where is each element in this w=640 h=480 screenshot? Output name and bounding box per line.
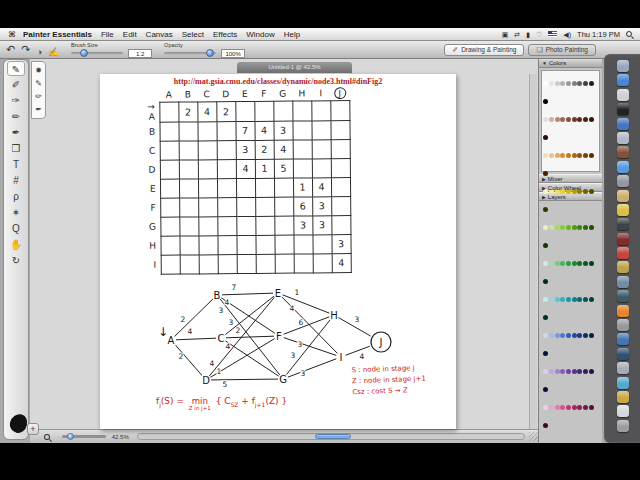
dock-icon-2[interactable] xyxy=(617,74,629,86)
color-swatch[interactable] xyxy=(589,225,594,230)
chalk-tool[interactable]: ✏ xyxy=(7,109,25,124)
color-swatch[interactable] xyxy=(583,117,588,122)
color-swatch[interactable] xyxy=(549,297,554,302)
dock-icon-4[interactable] xyxy=(617,103,629,115)
color-swatch[interactable] xyxy=(543,225,548,230)
document-page[interactable]: http://mat.gsia.cmu.edu/classes/dynamic/… xyxy=(100,74,456,429)
color-swatch[interactable] xyxy=(566,81,571,86)
color-swatch[interactable] xyxy=(589,369,594,374)
menu-select[interactable]: Select xyxy=(182,30,204,39)
crop-tool[interactable]: # xyxy=(7,173,25,188)
color-swatch[interactable] xyxy=(583,261,588,266)
dock-icon-12[interactable] xyxy=(617,218,629,230)
menu-help[interactable]: Help xyxy=(284,30,300,39)
dock-icon-26[interactable] xyxy=(617,420,629,432)
color-swatch[interactable] xyxy=(549,333,554,338)
color-swatch[interactable] xyxy=(577,261,582,266)
color-swatch[interactable] xyxy=(589,297,594,302)
color-swatch[interactable] xyxy=(555,405,560,410)
color-swatch[interactable] xyxy=(543,153,548,158)
resize-grip[interactable] xyxy=(529,432,538,441)
color-swatch[interactable] xyxy=(577,405,582,410)
heart-icon[interactable]: ♡ xyxy=(536,31,542,38)
dock-icon-14[interactable] xyxy=(617,247,629,259)
color-swatch[interactable] xyxy=(572,297,577,302)
color-swatch[interactable] xyxy=(566,297,571,302)
sync-icon[interactable]: ⇄ xyxy=(514,31,520,38)
color-swatch[interactable] xyxy=(572,153,577,158)
menu-canvas[interactable]: Canvas xyxy=(146,30,173,39)
color-swatch[interactable] xyxy=(577,117,582,122)
color-swatch[interactable] xyxy=(589,153,594,158)
paint-bucket-tool[interactable]: ❒ xyxy=(7,141,25,156)
opacity-slider[interactable] xyxy=(164,52,216,55)
color-swatch[interactable] xyxy=(560,405,565,410)
zoom-slider-thumb[interactable] xyxy=(67,433,74,440)
color-swatch[interactable] xyxy=(577,333,582,338)
color-swatch[interactable] xyxy=(543,297,548,302)
dock-icon-1[interactable] xyxy=(617,60,629,72)
dock-icon-10[interactable] xyxy=(617,190,629,202)
mode-photo-painting[interactable]: ❏Photo Painting xyxy=(528,44,596,56)
apple-menu[interactable]: ⌘ xyxy=(8,30,16,39)
color-swatch[interactable] xyxy=(572,369,577,374)
lasso-tool[interactable]: ρ xyxy=(7,189,25,204)
color-swatch[interactable] xyxy=(543,333,548,338)
color-swatch[interactable] xyxy=(589,333,594,338)
color-swatch[interactable] xyxy=(543,351,548,356)
dock-icon-8[interactable] xyxy=(617,161,629,173)
dock-icon-15[interactable] xyxy=(617,261,629,273)
eyedropper-tool[interactable]: ✒ xyxy=(7,125,25,140)
dock-icon-9[interactable] xyxy=(617,175,629,187)
color-swatch[interactable] xyxy=(583,189,588,194)
spotlight-icon[interactable] xyxy=(626,31,632,37)
mode-drawing-painting[interactable]: ✐Drawing & Painting xyxy=(444,44,524,56)
color-swatch[interactable] xyxy=(560,117,565,122)
color-swatch[interactable] xyxy=(555,261,560,266)
horizontal-scrollbar[interactable] xyxy=(137,433,525,440)
color-swatch[interactable] xyxy=(589,405,594,410)
color-swatch[interactable] xyxy=(560,261,565,266)
dock-icon-7[interactable] xyxy=(617,146,629,158)
dock-icon-11[interactable] xyxy=(617,204,629,216)
dock-icon-22[interactable] xyxy=(617,362,629,374)
color-swatch[interactable] xyxy=(549,405,554,410)
color-swatch[interactable] xyxy=(549,369,554,374)
pencil-variant-icon[interactable]: ✏ xyxy=(32,90,45,103)
color-swatch[interactable] xyxy=(543,261,548,266)
color-swatch[interactable] xyxy=(560,153,565,158)
dock-icon-21[interactable] xyxy=(617,348,629,360)
dock-icon-20[interactable] xyxy=(617,333,629,345)
rotate-page-icon[interactable]: ◑ xyxy=(36,47,41,57)
color-swatch[interactable] xyxy=(572,117,577,122)
color-swatch[interactable] xyxy=(566,261,571,266)
redo-button[interactable]: ↷ xyxy=(21,43,30,56)
color-swatch[interactable] xyxy=(566,333,571,338)
color-swatch[interactable] xyxy=(543,315,548,320)
color-swatch[interactable] xyxy=(572,225,577,230)
brush-size-slider[interactable] xyxy=(71,52,123,55)
color-swatch[interactable] xyxy=(577,297,582,302)
color-swatch[interactable] xyxy=(549,225,554,230)
text-tool[interactable]: T xyxy=(7,157,25,172)
color-swatch[interactable] xyxy=(543,387,548,392)
color-swatch[interactable] xyxy=(566,117,571,122)
color-swatch[interactable] xyxy=(555,117,560,122)
eraser-tool[interactable]: ✐ xyxy=(7,77,25,92)
brush-size-value[interactable]: 1.2 xyxy=(128,49,152,58)
color-swatch[interactable] xyxy=(589,81,594,86)
menu-file[interactable]: File xyxy=(101,30,114,39)
color-swatch[interactable] xyxy=(583,225,588,230)
horizontal-scrollbar-thumb[interactable] xyxy=(315,434,351,439)
color-swatch[interactable] xyxy=(549,261,554,266)
color-swatch[interactable] xyxy=(555,369,560,374)
vertical-scrollbar[interactable] xyxy=(529,74,537,429)
color-swatch[interactable] xyxy=(549,81,554,86)
dock-icon-24[interactable] xyxy=(617,391,629,403)
color-swatch[interactable] xyxy=(583,153,588,158)
color-swatch[interactable] xyxy=(543,243,548,248)
color-swatch[interactable] xyxy=(577,153,582,158)
color-swatch[interactable] xyxy=(560,333,565,338)
color-swatch[interactable] xyxy=(543,117,548,122)
app-menu[interactable]: Painter Essentials xyxy=(23,30,92,39)
